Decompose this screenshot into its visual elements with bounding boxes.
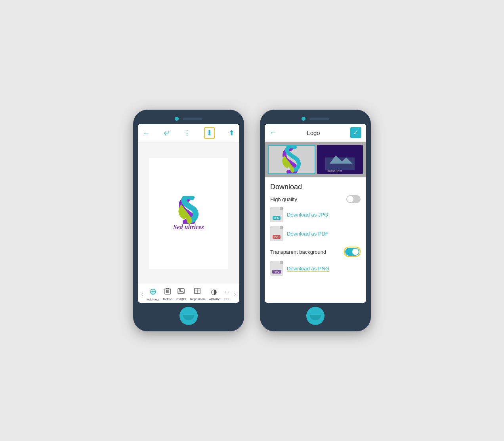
undo-button[interactable]: ↩ <box>164 129 170 137</box>
thumb-1[interactable] <box>268 145 315 174</box>
download-jpg-link[interactable]: Download as JPG <box>287 212 328 218</box>
transparent-toggle[interactable] <box>345 248 359 256</box>
download-png-link[interactable]: Download as PNG <box>287 266 329 272</box>
speaker-left <box>183 118 202 120</box>
transparent-row: Transparent background <box>270 247 361 257</box>
phone-top-bar-right <box>265 114 366 124</box>
images-label: Images <box>176 297 186 300</box>
right-screen: ← Logo ✓ some text <box>265 124 366 303</box>
speaker-right <box>309 118 329 120</box>
back-button-right[interactable]: ← <box>269 129 277 137</box>
download-panel: Download High quality JPG Download as JP… <box>265 177 366 303</box>
camera-right <box>302 117 305 121</box>
flip-item[interactable]: ↔ Flip <box>223 288 230 300</box>
toggle-knob-hq <box>347 196 353 202</box>
pdf-file-icon: PDF <box>270 226 283 241</box>
toggle-knob-transparent <box>352 249 359 255</box>
add-new-icon: ⊕ <box>149 287 157 297</box>
quality-row: High quality <box>270 195 361 203</box>
delete-label: Delete <box>163 297 172 301</box>
delete-item[interactable]: Delete <box>163 287 172 301</box>
download-pdf-link[interactable]: Download as PDF <box>287 231 328 237</box>
download-png-option[interactable]: PNG Download as PNG <box>270 261 361 276</box>
nav-left-arrow[interactable]: ‹ <box>141 291 143 297</box>
left-screen: ← ↩ ⋮ ⬇ ⬆ Sed ultrices ‹ <box>138 124 239 303</box>
opacity-icon: ◑ <box>211 287 217 296</box>
jpg-badge: JPG <box>273 216 281 220</box>
jpg-file-icon: JPG <box>270 207 283 222</box>
opacity-label: Opacity <box>209 297 220 300</box>
pdf-badge: PDF <box>273 235 281 239</box>
home-button-right[interactable] <box>306 307 325 325</box>
logo-graphic <box>173 196 204 224</box>
transparent-label: Transparent background <box>270 249 326 255</box>
add-new-label: Add new <box>147 298 159 301</box>
canvas-area: Sed ultrices <box>138 143 239 284</box>
more-button[interactable]: ⋮ <box>183 129 191 137</box>
svg-rect-5 <box>178 289 184 294</box>
reposition-item[interactable]: Reposition <box>190 287 205 301</box>
phone-bottom-right <box>265 303 366 327</box>
reposition-label: Reposition <box>190 297 205 301</box>
thumb-2[interactable]: some text <box>317 145 363 174</box>
back-button[interactable]: ← <box>143 129 150 137</box>
thumbnails-row: some text <box>265 142 366 177</box>
bottom-toolbar: ‹ ⊕ Add new Delete <box>138 284 239 303</box>
phone-top-bar-left <box>138 114 239 124</box>
flip-label: Flip <box>224 297 229 300</box>
png-file-icon: PNG <box>270 261 283 276</box>
download-jpg-option[interactable]: JPG Download as JPG <box>270 207 361 222</box>
flip-icon: ↔ <box>223 288 230 296</box>
png-badge: PNG <box>272 270 281 274</box>
nav-right-arrow[interactable]: › <box>234 291 236 297</box>
header-title: Logo <box>307 129 320 136</box>
share-button[interactable]: ⬆ <box>229 129 235 137</box>
add-new-item[interactable]: ⊕ Add new <box>147 287 159 301</box>
logo-text: Sed ultrices <box>174 224 204 231</box>
camera-left <box>175 117 179 121</box>
check-button[interactable]: ✓ <box>350 127 361 138</box>
download-pdf-option[interactable]: PDF Download as PDF <box>270 226 361 241</box>
canvas-white: Sed ultrices <box>149 158 228 269</box>
svg-text:some text: some text <box>327 169 342 173</box>
opacity-item[interactable]: ◑ Opacity <box>209 287 220 300</box>
delete-icon <box>164 287 171 297</box>
right-header: ← Logo ✓ <box>265 124 366 142</box>
phone-bottom-left <box>138 303 239 327</box>
images-icon <box>178 288 185 296</box>
download-title: Download <box>270 183 361 191</box>
download-button[interactable]: ⬇ <box>204 127 215 139</box>
right-phone: ← Logo ✓ some text <box>260 110 371 331</box>
high-quality-label: High quality <box>270 196 297 202</box>
left-phone: ← ↩ ⋮ ⬇ ⬆ Sed ultrices ‹ <box>133 110 244 331</box>
images-item[interactable]: Images <box>176 288 186 300</box>
reposition-icon <box>194 287 201 297</box>
high-quality-toggle[interactable] <box>346 195 361 203</box>
transparent-toggle-wrapper <box>344 247 361 257</box>
svg-point-6 <box>179 289 181 291</box>
left-toolbar: ← ↩ ⋮ ⬇ ⬆ <box>138 124 239 143</box>
home-button-left[interactable] <box>179 307 198 325</box>
